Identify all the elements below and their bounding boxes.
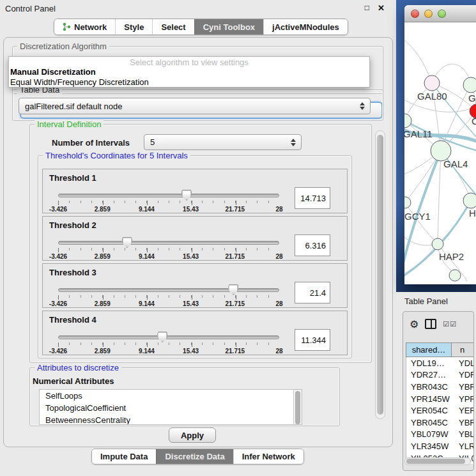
network-node-hap2[interactable] (432, 238, 443, 250)
slider-track[interactable] (58, 335, 279, 339)
column-header-name[interactable]: n (452, 342, 474, 357)
tab-discretize-data-label: Discretize Data (165, 452, 224, 461)
tab-network[interactable]: Network (54, 19, 115, 35)
tab-cyni-toolbox[interactable]: Cyni Toolbox (194, 19, 263, 35)
table-cell[interactable]: YDR27… (406, 369, 452, 381)
table-panel-toolbar: ⚙ ☑☑ (403, 316, 473, 332)
table-row[interactable]: YBR045CYBR0 (406, 417, 474, 429)
table-row[interactable]: YPR145WYPR1 (406, 393, 474, 405)
table-row[interactable]: YER054CYER0 (406, 404, 474, 417)
table-cell[interactable]: YDR2 (452, 369, 474, 381)
network-nodes-group (404, 75, 476, 281)
minimize-traffic-icon[interactable] (424, 10, 433, 18)
column-header-shared[interactable]: shared… (406, 342, 452, 357)
table-row[interactable]: YBR043CYBR0 (406, 381, 474, 393)
gear-icon[interactable]: ⚙ (410, 318, 418, 330)
tab-discretize-data[interactable]: Discretize Data (156, 449, 233, 464)
table-cell[interactable]: YBR0 (452, 417, 474, 429)
list-item[interactable]: SelfLoops (40, 390, 302, 402)
slider-thumb[interactable] (122, 237, 132, 248)
slider-major-ticks (58, 248, 280, 252)
select-columns-icon[interactable]: ☑☑ (443, 320, 457, 328)
close-icon[interactable]: ✕ (378, 3, 385, 13)
float-window-icon[interactable]: □ (365, 3, 369, 12)
list-item[interactable]: TopologicalCoefficient (40, 402, 302, 414)
tick-label: -3.426 (49, 300, 67, 307)
table-cell[interactable]: YER0 (452, 404, 474, 417)
table-row[interactable]: YDL19…YDL1 (406, 357, 474, 369)
slider-major-ticks (58, 342, 280, 347)
table-cell[interactable]: YBR043C (406, 381, 452, 393)
network-node-partial-bottom[interactable] (449, 270, 461, 281)
table-header-row: shared… n (406, 342, 474, 357)
network-node-partial-right[interactable] (463, 193, 476, 208)
table-body: YDL19…YDL1 YDR27…YDR2 YBR043CYBR0 YPR145… (406, 357, 474, 464)
table-data-selected: galFiltered.sif default node (19, 102, 357, 111)
network-view-window[interactable]: GAL80 G C GAL11 GAL4 GCY1 H HAP2 (404, 5, 476, 284)
slider-thumb[interactable] (181, 190, 192, 201)
table-row[interactable]: YLR345WYLR3 (406, 440, 474, 452)
table-cell[interactable]: YER054C (406, 404, 452, 417)
table-cell[interactable]: YBR045C (406, 417, 452, 429)
threshold-2-slider[interactable]: -3.426 2.859 9.144 15.43 21.715 28 (58, 238, 279, 259)
algorithm-dropdown-popup: Select algorithm to view settings Manual… (8, 56, 370, 88)
attributes-list-scrollbar[interactable] (293, 390, 302, 424)
tick-label: 2.859 (95, 348, 111, 355)
threshold-1-value-field[interactable]: 14.713 (295, 187, 330, 209)
tick-label: 9.144 (139, 206, 155, 213)
network-node-partial-top[interactable] (463, 77, 476, 93)
tick-label: 21.715 (226, 300, 245, 307)
table-cell[interactable]: YPR145W (406, 393, 452, 405)
slider-thumb[interactable] (157, 332, 167, 342)
zoom-traffic-icon[interactable] (438, 10, 446, 18)
tick-label: 15.43 (183, 300, 199, 307)
algorithm-option-equal-width[interactable]: Equal Width/Frequency Discretization (9, 77, 369, 88)
table-cell[interactable]: YDL19… (406, 357, 452, 369)
tick-label: 28 (275, 253, 282, 260)
network-node-gcy1[interactable] (404, 197, 411, 208)
network-canvas[interactable]: GAL80 G C GAL11 GAL4 GCY1 H HAP2 (404, 22, 476, 284)
tick-label: 21.715 (226, 253, 245, 260)
close-traffic-icon[interactable] (411, 10, 419, 18)
threshold-4-slider[interactable]: -3.426 2.859 9.144 15.43 21.715 28 (58, 333, 279, 353)
network-window-titlebar[interactable] (404, 5, 476, 22)
tab-jactivemnodules[interactable]: jActiveMNodules (263, 19, 348, 35)
table-cell[interactable]: YLR3 (452, 440, 474, 452)
network-node-gal80[interactable] (424, 75, 440, 91)
table-row[interactable]: YBL079WYBL0 (406, 429, 474, 441)
table-cell[interactable]: YDL1 (452, 357, 474, 369)
table-horizontal-scrollbar[interactable] (404, 457, 471, 465)
threshold-4-value-field[interactable]: 11.344 (295, 329, 330, 351)
threshold-1-slider[interactable]: -3.426 2.859 9.144 15.43 21.715 28 (58, 191, 279, 211)
tab-select[interactable]: Select (152, 19, 194, 35)
algorithm-option-manual[interactable]: Manual Discretization (9, 67, 369, 77)
numerical-attributes-list[interactable]: SelfLoops TopologicalCoefficient Between… (39, 389, 302, 425)
slider-track[interactable] (58, 288, 279, 292)
slider-track[interactable] (58, 241, 279, 245)
tab-infer-network[interactable]: Infer Network (233, 449, 303, 464)
algorithm-placeholder: Select algorithm to view settings (9, 57, 369, 67)
table-cell[interactable]: YBL079W (406, 429, 452, 441)
split-view-icon[interactable] (425, 319, 436, 329)
cyni-toolbox-panel: Discretization Algorithm Select algorith… (3, 37, 393, 447)
table-cell[interactable]: YPR1 (452, 393, 474, 405)
number-of-intervals-combobox[interactable]: 5 (144, 134, 302, 150)
threshold-3-slider[interactable]: -3.426 2.859 9.144 15.43 21.715 28 (58, 286, 279, 306)
tab-style[interactable]: Style (115, 19, 152, 35)
table-row[interactable]: YDR27…YDR2 (406, 369, 474, 381)
apply-button[interactable]: Apply (169, 427, 216, 443)
number-of-intervals-label: Number of Intervals (52, 138, 130, 148)
table-cell[interactable]: YBR0 (452, 381, 474, 393)
settings-vertical-scrollbar[interactable] (375, 130, 385, 419)
node-label: G (468, 93, 476, 104)
slider-track[interactable] (58, 194, 279, 197)
tab-impute-data[interactable]: Impute Data (92, 449, 156, 464)
list-item[interactable]: BetweennessCentrality (40, 414, 302, 425)
threshold-2-value-field[interactable]: 6.316 (295, 234, 330, 256)
table-cell[interactable]: YBL0 (452, 429, 474, 441)
threshold-3-value-field[interactable]: 21.4 (295, 282, 330, 303)
table-data-combobox[interactable]: galFiltered.sif default node (19, 98, 371, 114)
slider-thumb[interactable] (228, 284, 238, 295)
table-cell[interactable]: YLR345W (406, 440, 452, 452)
combo-stepper-icon (357, 102, 367, 110)
